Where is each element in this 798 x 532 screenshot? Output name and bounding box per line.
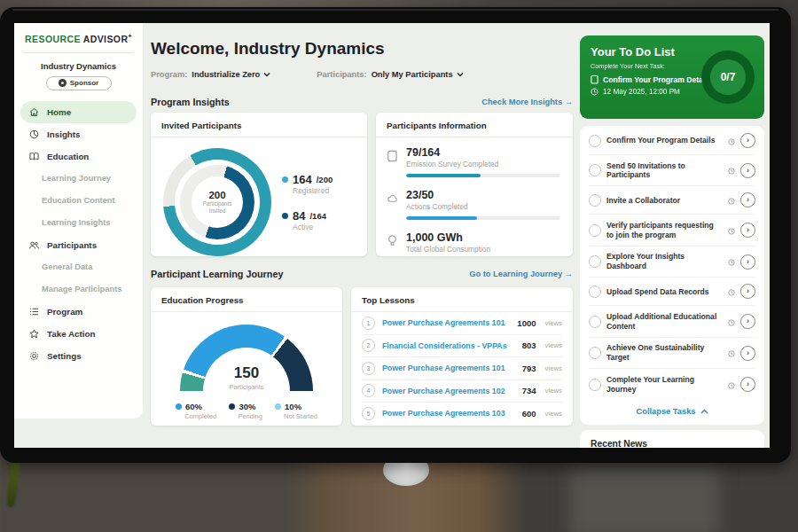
lesson-row[interactable]: 2 Financial Considerations - VPPAs 803 v… xyxy=(362,335,562,358)
task-row[interactable]: Confirm Your Program Details › xyxy=(589,127,755,155)
task-checkbox[interactable] xyxy=(589,286,601,298)
task-checkbox[interactable] xyxy=(589,255,601,268)
participants-filter: Participants: Only My Participants xyxy=(317,70,463,79)
task-row[interactable]: Invite a Collaborator › xyxy=(589,186,755,215)
lesson-row[interactable]: 4 Power Purchase Agreements 102 734 view… xyxy=(362,380,562,403)
sidebar-item-label: Insights xyxy=(47,129,81,139)
go-to-learning-journey-link[interactable]: Go to Learning Journey → xyxy=(469,270,573,278)
task-row[interactable]: Upload Spend Data Records › xyxy=(589,278,755,306)
metric-value: 1,000 GWh xyxy=(406,231,560,244)
legend-pending: 30% Pending xyxy=(229,402,262,420)
logo-part1: RESOURCE xyxy=(25,34,81,44)
views-count: 1000 xyxy=(517,318,536,328)
logo-part2: ADVISOR xyxy=(83,34,129,44)
link-text: Go to Learning Journey xyxy=(469,270,562,278)
lesson-row[interactable]: 5 Power Purchase Agreements 103 600 view… xyxy=(362,403,562,425)
task-row[interactable]: Send 50 Invitations to Participants › xyxy=(589,155,755,186)
task-row[interactable]: Complete Your Learning Journey › xyxy=(589,369,755,399)
learning-journey-title: Participant Learning Journey xyxy=(151,269,283,279)
sidebar-item-home[interactable]: Home xyxy=(20,101,137,123)
task-row[interactable]: Verify participants requesting to join t… xyxy=(589,215,755,246)
lesson-link[interactable]: Power Purchase Agreements 101 xyxy=(382,364,515,372)
lesson-link[interactable]: Power Purchase Agreements 101 xyxy=(382,318,510,327)
sidebar: RESOURCE ADVISOR+ Industry Dynamics Spon… xyxy=(14,23,143,419)
task-checkbox[interactable] xyxy=(589,164,601,176)
sponsor-badge[interactable]: Sponsor xyxy=(46,76,112,90)
completed-dot xyxy=(176,403,182,410)
task-go-button[interactable]: › xyxy=(740,377,755,392)
legend-completed: 60% Completed xyxy=(176,402,216,420)
active-donut-ring: 200 Participants Invited xyxy=(180,165,254,239)
task-go-button[interactable]: › xyxy=(740,346,755,361)
legend-value: 10% xyxy=(285,402,301,411)
book-icon xyxy=(28,151,40,162)
active-total: /164 xyxy=(309,211,326,221)
sidebar-item-take-action[interactable]: Take Action xyxy=(14,323,143,345)
sidebar-item-education[interactable]: Education xyxy=(14,145,143,168)
sidebar-item-label: Manage Participants xyxy=(42,285,121,293)
legend-label: Not Started xyxy=(284,412,317,420)
task-checkbox[interactable] xyxy=(589,316,601,328)
task-checkbox[interactable] xyxy=(589,135,601,147)
sidebar-item-learning-journey[interactable]: Learning Journey xyxy=(14,168,143,190)
lesson-link[interactable]: Power Purchase Agreements 103 xyxy=(382,409,515,418)
task-go-button[interactable]: › xyxy=(740,192,755,207)
page-title: Welcome, Industry Dynamics xyxy=(151,39,385,59)
sidebar-item-general-data[interactable]: General Data xyxy=(14,256,143,278)
recent-news-card: Recent News xyxy=(580,430,764,448)
lessons-list: 1 Power Purchase Agreements 101 1000 vie… xyxy=(351,312,573,425)
gauge-wrap: 150 Participants 60% Completed 30% xyxy=(151,312,342,420)
lesson-link[interactable]: Financial Considerations - VPPAs xyxy=(382,341,515,350)
app-logo: RESOURCE ADVISOR+ xyxy=(14,33,143,44)
sponsor-label: Sponsor xyxy=(70,79,98,87)
task-row[interactable]: Upload Additional Educational Content › xyxy=(589,306,755,337)
todo-task-list: Confirm Your Program Details › Send 50 I… xyxy=(580,126,764,425)
lesson-row[interactable]: 3 Power Purchase Agreements 101 793 view… xyxy=(362,357,562,380)
task-label: Upload Additional Educational Content xyxy=(606,312,723,331)
legend-label: Completed xyxy=(184,412,216,420)
invited-label: Participants xyxy=(203,200,232,207)
clock-icon xyxy=(591,88,598,96)
sidebar-item-settings[interactable]: Settings xyxy=(14,345,143,367)
chevron-down-icon xyxy=(457,72,464,77)
sidebar-item-insights[interactable]: Insights xyxy=(14,123,143,145)
registered-value: 164 xyxy=(293,173,312,186)
rank-badge: 1 xyxy=(362,317,375,330)
sidebar-item-program[interactable]: Program xyxy=(14,301,143,323)
collapse-label: Collapse Tasks xyxy=(636,407,695,416)
sidebar-item-learning-insights[interactable]: Learning Insights xyxy=(14,212,143,234)
sidebar-item-label: Home xyxy=(47,107,71,117)
task-go-button[interactable]: › xyxy=(740,223,755,238)
task-checkbox[interactable] xyxy=(589,194,601,207)
task-label: Confirm Your Program Details xyxy=(606,136,723,145)
legend-not-started: 10% Not Started xyxy=(275,402,317,420)
participants-filter-select[interactable]: Only My Participants xyxy=(372,70,464,79)
recent-news-title: Recent News xyxy=(591,439,754,448)
collapse-tasks-button[interactable]: Collapse Tasks xyxy=(589,400,755,416)
program-filter-select[interactable]: Industrialize Zero xyxy=(192,70,270,79)
active-dot xyxy=(282,213,288,219)
todo-summary-card: Your To Do List Complete Your Next Task:… xyxy=(580,35,764,119)
task-go-button[interactable]: › xyxy=(740,254,755,270)
lesson-link[interactable]: Power Purchase Agreements 102 xyxy=(382,387,515,395)
donut-legend: 164/200 Registered 84/164 Active xyxy=(282,173,332,231)
task-go-button[interactable]: › xyxy=(740,284,755,299)
views-label: views xyxy=(545,341,563,349)
task-row[interactable]: Achieve One Sustainability Target › xyxy=(589,338,755,369)
sidebar-item-participants[interactable]: Participants xyxy=(14,234,143,256)
task-go-button[interactable]: › xyxy=(740,133,755,148)
sidebar-item-education-content[interactable]: Education Content xyxy=(14,190,143,212)
task-go-button[interactable]: › xyxy=(740,163,755,178)
task-checkbox[interactable] xyxy=(589,347,601,359)
task-go-button[interactable]: › xyxy=(740,314,755,329)
lesson-row[interactable]: 1 Power Purchase Agreements 101 1000 vie… xyxy=(362,312,562,335)
registered-label: Registered xyxy=(293,186,332,195)
task-row[interactable]: Explore Your Insights Dashboard › xyxy=(589,246,755,278)
task-checkbox[interactable] xyxy=(589,224,601,237)
check-more-insights-link[interactable]: Check More Insights → xyxy=(481,98,573,106)
task-checkbox[interactable] xyxy=(589,379,601,391)
metric-row: 23/50 Actions Completed xyxy=(387,189,560,220)
program-filter-value: Industrialize Zero xyxy=(192,70,260,79)
sidebar-item-manage-participants[interactable]: Manage Participants xyxy=(14,278,143,301)
metric-row: 79/164 Emission Survey Completed xyxy=(387,146,560,177)
